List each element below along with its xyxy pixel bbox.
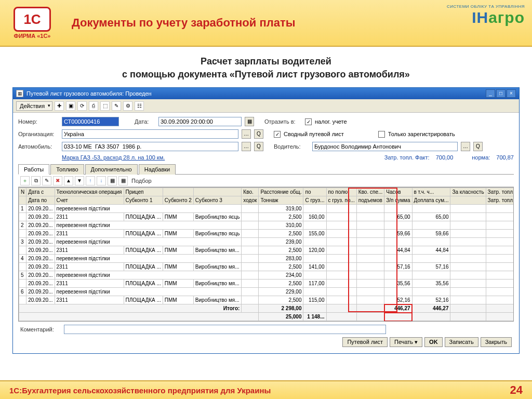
add-row-icon[interactable]: ＋	[20, 176, 30, 185]
print-button[interactable]: Печать ▾	[390, 337, 422, 347]
tab-bonus[interactable]: Надбавки	[139, 164, 176, 175]
app-window: ▦ Путевой лист грузового автомобиля: Про…	[12, 87, 520, 354]
auto-label: Автомобиль:	[18, 143, 59, 150]
edit-row-icon[interactable]: ✎	[42, 176, 51, 185]
select-icon[interactable]: …	[242, 129, 251, 139]
date-label: Дата:	[135, 118, 155, 125]
maximize-button[interactable]: □	[496, 89, 506, 98]
toolbar-icon[interactable]: ☷	[135, 101, 144, 111]
driver-input[interactable]	[312, 142, 458, 151]
toolbar-icon[interactable]: ✚	[55, 101, 64, 111]
toolbar-icon[interactable]: ⬚	[100, 101, 110, 111]
norm-label: норма:	[472, 154, 490, 161]
sort-down-icon[interactable]: ↓	[97, 176, 106, 185]
grid-icon[interactable]: ▦	[108, 176, 117, 185]
slide-title: Документы по учету заработной платы	[72, 16, 296, 30]
norm-value: 700,87	[496, 154, 514, 161]
number-label: Номер:	[18, 118, 59, 125]
window-icon: ▦	[16, 90, 23, 97]
table-row[interactable]: 120.09.20...перевезення підстілки319,009…	[19, 205, 514, 213]
copy-row-icon[interactable]: ⧉	[31, 176, 41, 185]
slide-content: Расчет зарплаты водителей с помощью доку…	[0, 47, 532, 354]
comment-label: Коментарий:	[20, 326, 61, 332]
form-area: Номер: Дата: ▦ Отразить в: ✓ налог. учет…	[13, 113, 519, 353]
window-title: Путевой лист грузового автомобиля: Прове…	[26, 90, 152, 97]
org-input[interactable]	[62, 129, 238, 139]
table-row[interactable]: 20.09.20...2311ПЛОЩАДКА ...ПММВиробництв…	[19, 263, 514, 271]
toolbar-icon[interactable]: ✎	[112, 101, 121, 111]
toolbar-icon[interactable]: ⚙	[123, 101, 132, 111]
main-toolbar: Действия ✚ ▣ ⟳ ⎙ ⬚ ✎ ⚙ ☷	[13, 99, 519, 113]
tab-extra[interactable]: Дополнительно	[85, 164, 138, 175]
pick-button[interactable]: Подбор	[131, 178, 152, 184]
titlebar: ▦ Путевой лист грузового автомобиля: Про…	[13, 88, 519, 99]
sort-up-icon[interactable]: ↑	[86, 176, 95, 185]
toolbar-icon[interactable]: ▣	[66, 101, 75, 111]
table-row[interactable]: 20.09.20...2311ПЛОЩАДКА ...ПММВиробництв…	[19, 213, 514, 221]
form-footer: Коментарий:	[18, 322, 514, 337]
table-row[interactable]: 320.09.20...перевезення підстілки239,007…	[19, 238, 514, 246]
totals-row-2: 25,000 1 148... 700,000	[19, 313, 514, 321]
slide-footer: 1С:Бухгалтерия сельскохозяйственного пре…	[0, 380, 532, 399]
onlyreg-checkbox-label: Только зарегистрировать	[388, 131, 455, 137]
table-row[interactable]: 220.09.20...перевезення підстілки310,009…	[19, 221, 514, 230]
tab-fuel[interactable]: Топливо	[50, 164, 84, 175]
table-row[interactable]: 20.09.20...2311ПЛОЩАДКА ...ПММВиробництв…	[19, 280, 514, 288]
comment-input[interactable]	[64, 325, 386, 334]
move-up-icon[interactable]: ▲	[64, 176, 73, 185]
fuel-fact-value: 700,00	[436, 154, 454, 161]
move-down-icon[interactable]: ▼	[75, 176, 84, 185]
tax-checkbox-label: налог. учете	[315, 118, 347, 125]
grid-icon[interactable]: ▦	[118, 176, 128, 185]
date-input[interactable]	[158, 117, 242, 126]
mark-link[interactable]: Марка ГАЗ -53, расход 28 л. на 100 км.	[62, 154, 165, 161]
sheet-button[interactable]: Путевой лист	[342, 337, 388, 347]
grid-toolbar: ＋ ⧉ ✎ ✖ ▲ ▼ ↑ ↓ ▦ ▦ Подбор	[18, 175, 514, 187]
table-row[interactable]: 20.09.20...2311ПЛОЩАДКА ...ПММВиробництв…	[19, 246, 514, 255]
header-row-1: N Дата с Технологическая операция Прицеп…	[19, 188, 514, 196]
minimize-button[interactable]: _	[486, 89, 495, 98]
lookup-icon[interactable]: Q	[473, 142, 483, 151]
reflect-label: Отразить в:	[264, 118, 302, 125]
save-button[interactable]: Записать	[445, 337, 478, 347]
tax-checkbox[interactable]: ✓	[305, 118, 312, 125]
logo-inagro: СИСТЕМИ ОБЛІКУ ТА УПРАВЛІННЯ ІНагро	[447, 4, 525, 26]
delete-row-icon[interactable]: ✖	[53, 176, 62, 185]
ok-button[interactable]: OK	[424, 337, 443, 347]
table-row[interactable]: 520.09.20...перевезення підстілки234,007…	[19, 271, 514, 280]
toolbar-icon[interactable]: ⟳	[77, 101, 87, 111]
close-form-button[interactable]: Закрыть	[481, 337, 512, 347]
inagro-tagline: СИСТЕМИ ОБЛІКУ ТА УПРАВЛІННЯ	[447, 4, 525, 9]
auto-input[interactable]	[62, 142, 238, 151]
lookup-icon[interactable]: Q	[254, 142, 263, 151]
table-row[interactable]: 420.09.20...перевезення підстілки283,008…	[19, 255, 514, 263]
onlyreg-checkbox[interactable]	[378, 131, 385, 138]
table-row[interactable]: 20.09.20...2311ПЛОЩАДКА ...ПММВиробництв…	[19, 230, 514, 238]
header-row-2: Дата поСчет Субконто 1Субконто 2Субконто…	[19, 196, 514, 205]
select-icon[interactable]: …	[242, 142, 251, 151]
grid[interactable]: N Дата с Технологическая операция Прицеп…	[18, 187, 514, 322]
inagro-wordmark: ІНагро	[447, 9, 525, 26]
logo-1c: 1С ФИРМА «1С»	[6, 2, 58, 44]
logo-1c-caption: ФИРМА «1С»	[14, 33, 51, 39]
tab-works[interactable]: Работы	[18, 164, 49, 175]
fuel-fact-label: Затр. топл. Факт:	[384, 154, 430, 161]
data-table[interactable]: N Дата с Технологическая операция Прицеп…	[19, 188, 514, 321]
summary-checkbox-label: Сводный путевой лист	[284, 131, 344, 137]
org-label: Организация:	[18, 131, 59, 137]
select-icon[interactable]: …	[461, 142, 470, 151]
subtitle-1: Расчет зарплаты водителей	[12, 56, 520, 67]
table-row[interactable]: 620.09.20...перевезення підстілки229,006…	[19, 288, 514, 296]
logo-1c-icon: 1С	[14, 7, 51, 32]
summary-checkbox[interactable]: ✓	[274, 131, 281, 138]
calendar-icon[interactable]: ▦	[245, 117, 254, 126]
subtitle-2: с помощью документа «Путевой лист грузов…	[12, 69, 520, 80]
number-input[interactable]	[62, 117, 119, 126]
footer-text: 1С:Бухгалтерия сельскохозяйственного пре…	[9, 386, 271, 395]
close-button[interactable]: ×	[507, 89, 516, 98]
table-row[interactable]: 20.09.20...2311ПЛОЩАДКА ...ПММВиробництв…	[19, 296, 514, 304]
driver-label: Водитель:	[274, 143, 309, 150]
toolbar-icon[interactable]: ⎙	[89, 101, 98, 111]
actions-menu[interactable]: Действия	[16, 101, 52, 111]
lookup-icon[interactable]: Q	[254, 129, 263, 139]
